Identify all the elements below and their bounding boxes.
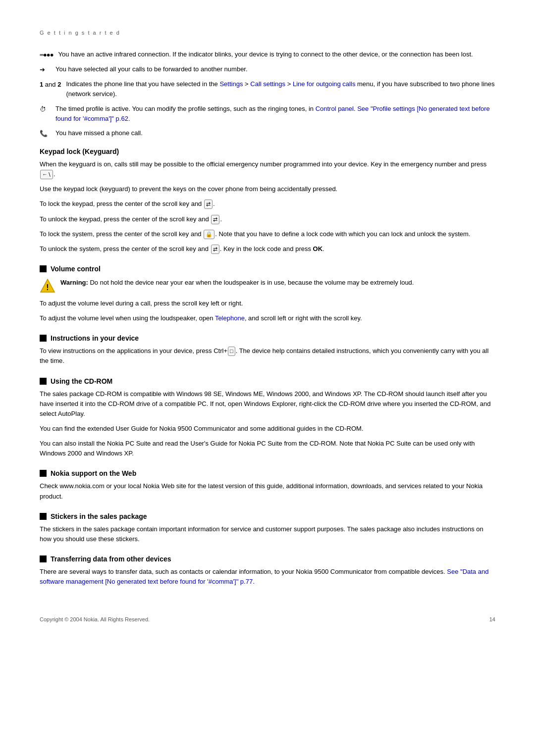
scroll-unlock-icon-1: ⇄ — [211, 215, 219, 224]
bullet-square-icon-6 — [40, 555, 47, 562]
keyguard-para-2: Use the keypad lock (keyguard) to preven… — [40, 184, 495, 194]
clock-icon: ⏱ — [40, 104, 51, 114]
volume-para-1: To adjust the volume level during a call… — [40, 299, 495, 308]
missed-call-icon: 📞 — [40, 129, 51, 139]
bullet-square-icon — [40, 265, 47, 272]
volume-control-heading: Volume control — [40, 265, 495, 273]
warning-box: ! Warning: Do not hold the device near y… — [40, 278, 495, 294]
keyguard-para-3: To lock the keypad, press the center of … — [40, 199, 495, 209]
nokia-support-para-1: Check www.nokia.com or your local Nokia … — [40, 481, 495, 501]
help-key-icon: □ — [228, 347, 235, 356]
warning-label: Warning: — [60, 279, 88, 286]
bullet-square-icon-4 — [40, 470, 47, 477]
page-header: G e t t i n g s t a r t e d — [40, 30, 495, 36]
stickers-heading: Stickers in the sales package — [40, 512, 495, 520]
svg-text:!: ! — [46, 283, 49, 292]
stickers-para-1: The stickers in the sales package contai… — [40, 524, 495, 544]
profile-settings-link[interactable]: See "Profile settings [No generated text… — [55, 105, 490, 122]
telephone-link[interactable]: Telephone — [215, 314, 245, 322]
volume-heading-text: Volume control — [51, 265, 101, 273]
line-numbers-icon: 1 and 2 — [40, 80, 61, 90]
forward-text: You have selected all your calls to be f… — [55, 64, 248, 74]
bullet-square-icon-3 — [40, 378, 47, 385]
keyguard-para-1: When the keyguard is on, calls still may… — [40, 159, 495, 179]
stickers-heading-text: Stickers in the sales package — [51, 512, 147, 520]
infrared-text: You have an active infrared connection. … — [58, 50, 473, 59]
call-settings-link[interactable]: Call settings — [250, 80, 285, 88]
nokia-support-heading-text: Nokia support on the Web — [51, 469, 136, 477]
end-key-icon: ←∖ — [40, 170, 53, 179]
infrared-icon: ⎓●●● — [40, 50, 54, 60]
cdrom-heading-text: Using the CD-ROM — [51, 377, 112, 385]
scroll-lock-icon-1: ⇄ — [204, 200, 213, 209]
cdrom-heading: Using the CD-ROM — [40, 377, 495, 385]
forward-row: ➔ You have selected all your calls to be… — [40, 64, 495, 75]
keypad-lock-heading: Keypad lock (Keyguard) — [40, 148, 495, 155]
warning-text: Warning: Do not hold the device near you… — [60, 278, 414, 288]
warning-triangle-icon: ! — [40, 278, 55, 294]
copyright-text: Copyright © 2004 Nokia. All Rights Reser… — [40, 616, 150, 622]
keyguard-para-6: To unlock the system, press the center o… — [40, 244, 495, 254]
volume-para-2: To adjust the volume level when using th… — [40, 313, 495, 323]
page-footer: Copyright © 2004 Nokia. All Rights Reser… — [40, 616, 495, 622]
missed-call-text: You have missed a phone call. — [55, 128, 143, 138]
instructions-para-1: To view instructions on the applications… — [40, 346, 495, 366]
lock-icon: 🔒 — [204, 230, 214, 239]
instructions-heading-text: Instructions in your device — [51, 334, 139, 342]
cdrom-para-2: You can find the extended User Guide for… — [40, 424, 495, 434]
control-panel-link[interactable]: Control panel — [316, 105, 354, 112]
line-indicator-text: Indicates the phone line that you have s… — [66, 79, 495, 99]
timed-profile-text: The timed profile is active. You can mod… — [55, 104, 495, 124]
keyguard-para-4: To unlock the keypad, press the center o… — [40, 214, 495, 224]
line-indicator-row: 1 and 2 Indicates the phone line that yo… — [40, 79, 495, 99]
transferring-heading: Transferring data from other devices — [40, 555, 495, 563]
page-number: 14 — [489, 616, 495, 622]
infrared-row: ⎓●●● You have an active infrared connect… — [40, 50, 495, 60]
forward-arrow-icon: ➔ — [40, 65, 51, 75]
settings-link[interactable]: Settings — [219, 80, 243, 88]
bullet-square-icon-5 — [40, 513, 47, 520]
timed-profile-row: ⏱ The timed profile is active. You can m… — [40, 104, 495, 124]
cdrom-para-1: The sales package CD-ROM is compatible w… — [40, 389, 495, 419]
data-software-link[interactable]: See "Data and software management [No ge… — [40, 568, 488, 585]
scroll-unlock-icon-2: ⇄ — [211, 245, 219, 254]
cdrom-para-3: You can also install the Nokia PC Suite … — [40, 439, 495, 458]
bullet-square-icon-2 — [40, 335, 47, 342]
line-outgoing-link[interactable]: Line for outgoing calls — [293, 80, 355, 88]
transferring-para-1: There are several ways to transfer data,… — [40, 567, 495, 587]
keyguard-para-5: To lock the system, press the center of … — [40, 229, 495, 239]
nokia-support-heading: Nokia support on the Web — [40, 469, 495, 477]
instructions-heading: Instructions in your device — [40, 334, 495, 342]
transferring-heading-text: Transferring data from other devices — [51, 555, 171, 563]
missed-call-row: 📞 You have missed a phone call. — [40, 128, 495, 139]
